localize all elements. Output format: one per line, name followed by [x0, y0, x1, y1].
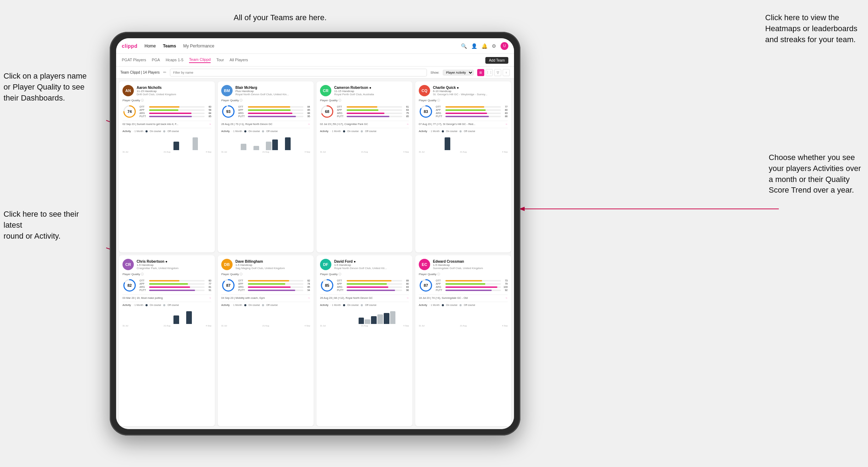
player-grid: AN Aaron Nicholls 11-15 Handicap Drift G…: [116, 79, 514, 429]
recent-round[interactable]: 07 Aug 23 | 77 (+7), St George's Hill GC…: [419, 121, 508, 126]
stat-arg: ARG 75: [337, 112, 409, 114]
profile-icon[interactable]: 👤: [471, 43, 477, 49]
player-card[interactable]: AN Aaron Nicholls 11-15 Handicap Drift G…: [119, 81, 215, 252]
activity-period[interactable]: · 1 Month: [232, 304, 242, 306]
activity-period[interactable]: · 1 Month: [331, 130, 341, 132]
quality-circle[interactable]: 85: [320, 278, 334, 292]
quality-circle[interactable]: 83: [419, 104, 433, 119]
player-card[interactable]: EC Edward Crossman 1-5 Handicap Sunningd…: [415, 255, 511, 426]
recent-round[interactable]: 02 Sep 23 | Sunset round to get back int…: [122, 121, 211, 126]
activity-period[interactable]: · 1 Month: [232, 130, 242, 132]
player-card[interactable]: CQ Charlie Quick ● 6-10 Handicap St. Geo…: [415, 81, 511, 252]
search-icon[interactable]: 🔍: [461, 43, 467, 49]
quality-number: 87: [226, 283, 230, 287]
activity-title: Activity: [221, 130, 230, 133]
view-icons: ⊞ ⋮⋮ ▽ ↑: [477, 69, 510, 76]
recent-round[interactable]: 26 Aug 23 | 73 (+1), Royal North Devon G…: [221, 121, 310, 126]
search-input[interactable]: [170, 69, 427, 76]
tab-pgat[interactable]: PGAT Players: [122, 58, 146, 63]
off-course-dot: [262, 130, 264, 132]
player-card[interactable]: DF David Ford ● 1-5 Handicap Royal North…: [316, 255, 412, 426]
activity-period[interactable]: · 1 Month: [133, 304, 143, 306]
player-card[interactable]: DB Dave Billingham 1-5 Handicap Sag Magi…: [218, 255, 314, 426]
chart-dates: 31 Jul21 Aug4 Sep: [419, 325, 508, 327]
quality-circle[interactable]: 82: [122, 278, 137, 292]
recent-round[interactable]: 18 Jul 23 | 74 (+4), Sunningdale GC - Ol…: [419, 295, 508, 300]
activity-header: Activity · 1 Month On course Off course: [320, 303, 409, 307]
user-avatar[interactable]: U: [501, 42, 508, 50]
player-handicap: 11-15 Handicap: [137, 90, 211, 93]
tab-team-clippd[interactable]: Team Clippd: [189, 57, 211, 63]
player-header: EC Edward Crossman 1-5 Handicap Sunningd…: [419, 259, 508, 270]
activity-title: Activity: [419, 303, 427, 307]
add-team-button[interactable]: Add Team: [485, 57, 508, 64]
on-course-dot: [442, 130, 444, 132]
filter-button[interactable]: ▽: [494, 69, 501, 76]
nav-home[interactable]: Home: [144, 44, 156, 49]
sort-button[interactable]: ↑: [503, 69, 510, 76]
recent-round[interactable]: 03 Mar 23 | 19, Must make putting →: [122, 295, 211, 300]
quality-number: 68: [325, 109, 329, 114]
stat-arg: ARG 84: [139, 112, 211, 114]
stat-putt: PUTT 91: [139, 289, 211, 291]
tab-hcaps[interactable]: Hcaps 1-5: [166, 58, 183, 63]
recent-round[interactable]: 02 Jul 23 | 59 (+17), Craigmillar Park G…: [320, 121, 409, 126]
quality-circle[interactable]: 93: [221, 104, 235, 119]
activity-section: Activity · 1 Month On course Off course …: [320, 302, 409, 327]
player-name[interactable]: David Ford ●: [334, 260, 409, 263]
player-name[interactable]: Dave Billingham: [235, 260, 310, 263]
player-card[interactable]: CR Cameron Robertson ● 11-15 Handicap Ro…: [316, 81, 412, 252]
player-club: Sunningdale Golf Club, United Kingdom: [433, 267, 508, 270]
player-card[interactable]: CR Chris Robertson ● 1-5 Handicap Craigm…: [119, 255, 215, 426]
round-arrow-icon: →: [505, 296, 508, 300]
on-course-label: On course: [347, 130, 359, 132]
activity-section: Activity · 1 Month On course Off course …: [221, 128, 310, 153]
player-name[interactable]: Cameron Robertson ●: [334, 86, 409, 90]
round-text: 26 Aug 23 | 73 (+1), Royal North Devon G…: [221, 123, 306, 126]
quality-circle[interactable]: 87: [221, 278, 235, 292]
list-view-button[interactable]: ⋮⋮: [486, 69, 493, 76]
player-handicap: 1-5 Handicap: [235, 263, 310, 267]
recent-round[interactable]: 04 Sep 23 | Mobility with coach, Gym →: [221, 295, 310, 300]
player-name[interactable]: Edward Crossman: [433, 260, 508, 263]
chart-dates: 31 Jul21 Aug4 Sep: [419, 151, 508, 153]
nav-teams[interactable]: Teams: [163, 44, 176, 49]
activity-chart: [320, 134, 409, 150]
player-header: DB Dave Billingham 1-5 Handicap Sag Magi…: [221, 259, 310, 270]
quality-circle[interactable]: 74: [122, 104, 137, 119]
player-name[interactable]: Blair McHarg: [235, 86, 310, 90]
grid-view-button[interactable]: ⊞: [477, 69, 484, 76]
activity-period[interactable]: · 1 Month: [331, 304, 341, 306]
player-card[interactable]: BM Blair McHarg Plus Handicap Royal Nort…: [218, 81, 314, 252]
bell-icon[interactable]: 🔔: [481, 43, 487, 49]
stat-putt: PUTT 85: [139, 115, 211, 118]
tab-pga[interactable]: PGA: [152, 58, 160, 63]
quality-label: Player Quality ⓘ: [320, 272, 409, 276]
recent-round[interactable]: 26 Aug 23 | 84 (+12), Royal North Devon …: [320, 295, 409, 300]
brand-logo[interactable]: clippd: [122, 43, 137, 49]
round-arrow-icon: →: [308, 123, 310, 126]
round-text: 18 Jul 23 | 74 (+4), Sunningdale GC - Ol…: [419, 296, 504, 300]
activity-title: Activity: [320, 303, 329, 307]
settings-icon[interactable]: ⚙: [492, 43, 496, 49]
activity-period[interactable]: · 1 Month: [133, 130, 143, 132]
stat-arg: ARG 81: [139, 286, 211, 288]
player-name[interactable]: Aaron Nicholls: [137, 86, 211, 90]
tab-all-players[interactable]: All Players: [230, 58, 248, 63]
navbar-icons: 🔍 👤 🔔 ⚙ U: [461, 42, 508, 50]
player-name[interactable]: Chris Robertson ●: [137, 260, 211, 263]
quality-circle[interactable]: 68: [320, 104, 334, 119]
nav-performance[interactable]: My Performance: [183, 44, 214, 49]
navbar: clippd Home Teams My Performance 🔍 👤 🔔 ⚙…: [116, 38, 514, 54]
show-select[interactable]: Player Activity Quality Trend: [443, 70, 474, 75]
quality-stats: OTT 61 APP 63 ARG 75 PUTT 85: [337, 106, 409, 118]
quality-circle[interactable]: 87: [419, 278, 433, 292]
edit-team-icon[interactable]: ✏: [163, 70, 166, 75]
player-name[interactable]: Charlie Quick ●: [433, 86, 508, 90]
off-course-dot: [361, 304, 363, 306]
activity-period[interactable]: · 1 Month: [429, 304, 440, 306]
activity-period[interactable]: · 1 Month: [429, 130, 440, 132]
tab-tour[interactable]: Tour: [216, 58, 224, 63]
round-arrow-icon: →: [209, 296, 212, 300]
player-header: CR Chris Robertson ● 1-5 Handicap Craigm…: [122, 259, 211, 270]
